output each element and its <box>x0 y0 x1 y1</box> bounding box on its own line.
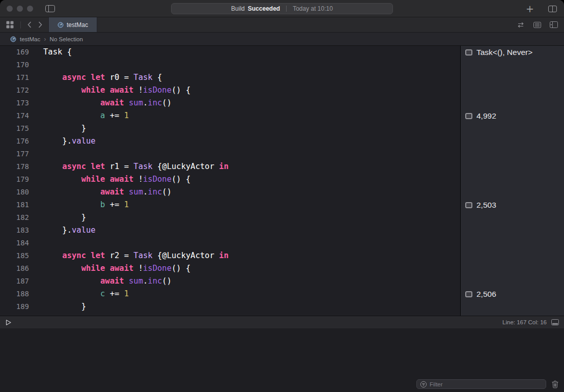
line-number[interactable]: 184 <box>0 237 29 249</box>
playground-result: Task<(), Never> <box>465 46 532 59</box>
trash-icon[interactable] <box>551 380 559 388</box>
code-text[interactable]: await sum.inc() <box>29 186 172 199</box>
line-number[interactable]: 175 <box>0 122 29 135</box>
code-text[interactable]: while await !isDone() { <box>29 84 190 97</box>
line-number[interactable]: 182 <box>0 211 29 224</box>
code-text[interactable]: } <box>29 211 86 224</box>
line-number[interactable]: 176 <box>0 135 29 148</box>
line-number[interactable]: 177 <box>0 148 29 160</box>
line-number[interactable]: 179 <box>0 173 29 186</box>
back-chevron-icon[interactable] <box>27 21 32 28</box>
line-number[interactable]: 174 <box>0 109 29 122</box>
build-status-pill[interactable]: Build Succeeded Today at 10:10 <box>171 3 393 14</box>
code-line[interactable]: 186 while await !isDone() { <box>0 262 460 275</box>
code-line[interactable]: 183 }.value <box>0 224 460 237</box>
close-icon[interactable] <box>7 6 13 12</box>
code-line[interactable]: 173 await sum.inc() <box>0 97 460 109</box>
show-result-icon[interactable] <box>465 291 472 297</box>
line-number[interactable]: 187 <box>0 275 29 288</box>
code-text[interactable]: } <box>29 122 86 135</box>
code-text[interactable] <box>29 237 43 249</box>
code-line[interactable]: 180 await sum.inc() <box>0 186 460 199</box>
console-filter-input[interactable] <box>430 381 543 387</box>
code-text[interactable]: }.value <box>29 313 96 316</box>
code-line[interactable]: 185 async let r2 = Task {@LuckyActor in <box>0 249 460 262</box>
result-value: 2,506 <box>476 290 496 299</box>
code-text[interactable]: b += 1 <box>29 199 129 211</box>
console-filter-field[interactable] <box>416 379 546 389</box>
code-line[interactable]: 175 } <box>0 122 460 135</box>
line-number[interactable]: 190 <box>0 313 29 316</box>
adjust-editor-options-icon[interactable] <box>533 22 541 28</box>
line-number[interactable]: 185 <box>0 249 29 262</box>
window-tile-icon[interactable] <box>548 6 557 12</box>
code-text[interactable]: a += 1 <box>29 109 129 122</box>
code-line[interactable]: 176 }.value <box>0 135 460 148</box>
debug-bar: Line: 167 Col: 16 <box>0 316 564 328</box>
code-line[interactable]: 169Task { <box>0 46 460 59</box>
code-line[interactable]: 178 async let r1 = Task {@LuckyActor in <box>0 160 460 173</box>
minimize-icon[interactable] <box>17 6 23 12</box>
play-icon[interactable] <box>5 319 12 326</box>
line-number[interactable]: 173 <box>0 97 29 109</box>
line-number[interactable]: 180 <box>0 186 29 199</box>
line-col-indicator[interactable]: Line: 167 Col: 16 <box>502 319 547 325</box>
code-text[interactable] <box>29 148 43 160</box>
line-number[interactable]: 189 <box>0 300 29 313</box>
code-line[interactable]: 181 b += 1 <box>0 199 460 211</box>
code-text[interactable]: while await !isDone() { <box>29 173 190 186</box>
code-text[interactable]: }.value <box>29 224 96 237</box>
line-number[interactable]: 170 <box>0 59 29 71</box>
code-line[interactable]: 190 }.value <box>0 313 460 316</box>
code-line[interactable]: 184 <box>0 237 460 249</box>
code-text[interactable]: }.value <box>29 135 96 148</box>
line-number[interactable]: 171 <box>0 71 29 84</box>
playground-result: 2,503 <box>465 199 496 211</box>
code-text[interactable]: c += 1 <box>29 288 129 300</box>
line-number[interactable]: 178 <box>0 160 29 173</box>
zoom-icon[interactable] <box>27 6 33 12</box>
code-line[interactable]: 187 await sum.inc() <box>0 275 460 288</box>
debug-area-toggle-icon[interactable] <box>551 319 559 325</box>
forward-chevron-icon[interactable] <box>38 21 42 28</box>
tab-testmac[interactable]: testMac <box>48 17 97 32</box>
code-line[interactable]: 189 } <box>0 300 460 313</box>
tab-overview-icon[interactable] <box>6 21 14 29</box>
code-line[interactable]: 174 a += 1 <box>0 109 460 122</box>
toolbar-divider <box>20 21 21 29</box>
show-result-icon[interactable] <box>465 113 472 119</box>
code-text[interactable]: await sum.inc() <box>29 97 172 109</box>
code-review-icon[interactable] <box>517 22 525 28</box>
code-line[interactable]: 179 while await !isDone() { <box>0 173 460 186</box>
code-text[interactable]: while await !isDone() { <box>29 262 190 275</box>
show-result-icon[interactable] <box>465 49 472 55</box>
code-text[interactable]: } <box>29 300 86 313</box>
code-line[interactable]: 171 async let r0 = Task { <box>0 71 460 84</box>
tabbar-left-controls <box>0 17 42 32</box>
new-tab-icon[interactable]: + <box>526 4 534 14</box>
line-number[interactable]: 169 <box>0 46 29 59</box>
code-text[interactable] <box>29 59 43 71</box>
sidebar-toggle-icon[interactable] <box>45 5 55 12</box>
code-text[interactable]: async let r0 = Task { <box>29 71 162 84</box>
breadcrumb-project[interactable]: testMac <box>20 36 40 42</box>
breadcrumb-selection[interactable]: No Selection <box>50 36 83 42</box>
line-number[interactable]: 172 <box>0 84 29 97</box>
line-number[interactable]: 188 <box>0 288 29 300</box>
add-editor-icon[interactable] <box>550 21 558 28</box>
line-number[interactable]: 186 <box>0 262 29 275</box>
code-lines[interactable]: 169Task {170171 async let r0 = Task {172… <box>0 46 460 316</box>
code-text[interactable]: await sum.inc() <box>29 275 172 288</box>
line-number[interactable]: 181 <box>0 199 29 211</box>
code-text[interactable]: Task { <box>29 46 72 59</box>
source-editor[interactable]: 169Task {170171 async let r0 = Task {172… <box>0 46 564 316</box>
code-text[interactable]: async let r2 = Task {@LuckyActor in <box>29 249 229 262</box>
code-line[interactable]: 188 c += 1 <box>0 288 460 300</box>
code-text[interactable]: async let r1 = Task {@LuckyActor in <box>29 160 229 173</box>
line-number[interactable]: 183 <box>0 224 29 237</box>
code-line[interactable]: 172 while await !isDone() { <box>0 84 460 97</box>
code-line[interactable]: 170 <box>0 59 460 71</box>
code-line[interactable]: 177 <box>0 148 460 160</box>
code-line[interactable]: 182 } <box>0 211 460 224</box>
show-result-icon[interactable] <box>465 202 472 208</box>
